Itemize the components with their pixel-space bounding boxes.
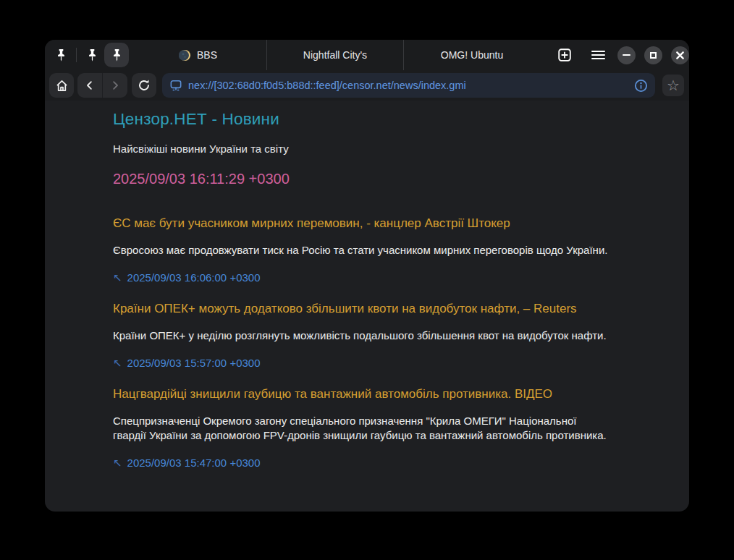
tab-omg-ubuntu[interactable]: OMG! Ubuntu (403, 40, 540, 70)
link-arrow-icon: ↖ (113, 271, 122, 284)
article-summary: Країни ОПЕК+ у неділю розглянуть можливі… (113, 328, 612, 343)
article-heading: Нацгвардійці знищили гаубицю та вантажни… (113, 387, 646, 402)
tab-label: BBS (197, 49, 217, 61)
news-article: Країни ОПЕК+ можуть додатково збільшити … (113, 302, 646, 370)
navigation-bar: nex://[302:68d0:f0d5:b88d::feed]/censor.… (45, 70, 689, 101)
news-article: ЄС має бути учасником мирних перемовин, … (113, 216, 646, 284)
feed-updated-timestamp: 2025/09/03 16:11:29 +0300 (113, 171, 646, 187)
page-subtitle: Найсвіжіші новини України та світу (113, 143, 646, 155)
pinned-tab-1[interactable] (48, 43, 73, 67)
crescent-moon-icon (179, 49, 191, 61)
pinned-tabs-group (45, 43, 130, 67)
article-timestamp-link[interactable]: ↖ 2025/09/03 15:47:00 +0300 (113, 457, 261, 470)
browser-window: BBS Nightfall City's OMG! Ubuntu (45, 40, 689, 512)
article-heading: ЄС має бути учасником мирних перемовин, … (113, 216, 646, 231)
maximize-button[interactable] (644, 46, 662, 64)
minimize-button[interactable] (617, 46, 636, 64)
article-summary: Євросоюз має продовжувати тиск на Росію … (113, 243, 612, 258)
hamburger-icon (591, 49, 605, 61)
back-arrow-icon (83, 79, 96, 92)
url-field[interactable]: nex://[302:68d0:f0d5:b88d::feed]/censor.… (162, 73, 655, 98)
link-arrow-icon: ↖ (113, 357, 122, 370)
pushpin-icon (111, 48, 123, 62)
close-icon (676, 51, 684, 59)
menu-button[interactable] (588, 43, 609, 67)
new-tab-button[interactable] (554, 43, 575, 67)
page-content: Цензор.НЕТ - Новини Найсвіжіші новини Ук… (45, 101, 689, 512)
pinned-tab-3-active[interactable] (104, 43, 129, 67)
reload-icon (137, 78, 151, 93)
forward-arrow-icon (109, 79, 122, 92)
link-arrow-icon: ↖ (113, 457, 122, 470)
article-heading: Країни ОПЕК+ можуть додатково збільшити … (113, 302, 646, 316)
tab-nightfall-citys[interactable]: Nightfall City's (266, 40, 403, 70)
pushpin-icon (86, 48, 98, 62)
pinned-tab-2[interactable] (80, 43, 104, 67)
close-button[interactable] (671, 46, 689, 64)
plus-square-icon (557, 47, 573, 63)
maximize-icon (650, 52, 657, 59)
article-timestamp-link[interactable]: ↖ 2025/09/03 16:06:00 +0300 (113, 271, 261, 284)
desktop-background: BBS Nightfall City's OMG! Ubuntu (0, 0, 734, 560)
tab-bbs[interactable]: BBS (130, 40, 266, 70)
back-button[interactable] (77, 73, 102, 98)
window-controls (617, 46, 689, 64)
home-button[interactable] (49, 73, 74, 98)
terminal-monitor-icon (169, 78, 183, 93)
article-summary: Спецпризначенці Окремого загону спеціаль… (113, 414, 612, 443)
forward-button[interactable] (103, 73, 127, 98)
tab-bar: BBS Nightfall City's OMG! Ubuntu (45, 40, 689, 70)
link-label: 2025/09/03 16:06:00 +0300 (127, 271, 261, 284)
link-label: 2025/09/03 15:47:00 +0300 (127, 457, 261, 469)
history-nav-group (77, 73, 127, 98)
bookmark-star-button[interactable]: ☆ (662, 75, 684, 96)
tab-label: Nightfall City's (303, 49, 367, 61)
reload-button[interactable] (132, 73, 156, 98)
news-article: Нацгвардійці знищили гаубицю та вантажни… (113, 387, 646, 470)
tab-divider (73, 48, 80, 62)
article-timestamp-link[interactable]: ↖ 2025/09/03 15:57:00 +0300 (113, 357, 261, 370)
url-text: nex://[302:68d0:f0d5:b88d::feed]/censor.… (188, 80, 634, 91)
pushpin-icon (55, 48, 67, 62)
link-label: 2025/09/03 15:57:00 +0300 (127, 357, 261, 369)
page-title: Цензор.НЕТ - Новини (113, 110, 646, 129)
minimize-icon (623, 54, 630, 56)
star-icon: ☆ (667, 77, 680, 94)
page-info-icon[interactable] (634, 79, 648, 93)
tab-label: OMG! Ubuntu (441, 49, 503, 61)
home-icon (54, 78, 69, 93)
